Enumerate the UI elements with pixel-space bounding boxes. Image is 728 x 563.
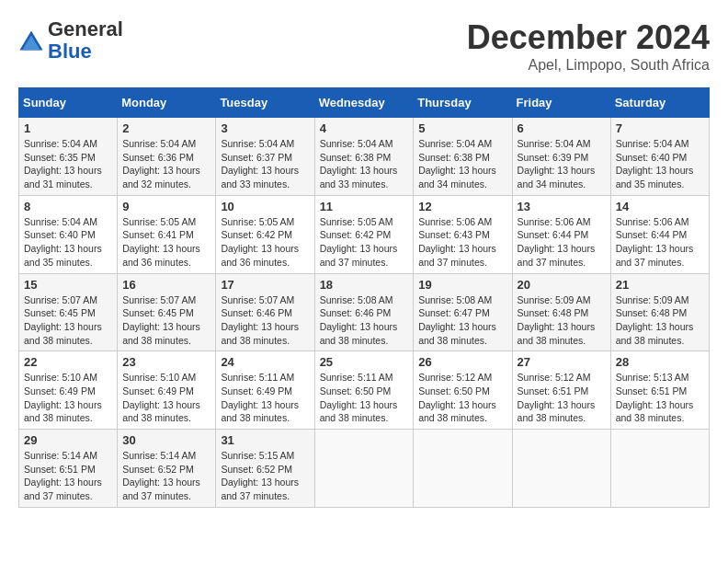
day-info: Sunrise: 5:04 AMSunset: 6:35 PMDaylight:… bbox=[24, 138, 102, 190]
page-header: General Blue December 2024 Apel, Limpopo… bbox=[18, 18, 710, 74]
day-info: Sunrise: 5:04 AMSunset: 6:39 PMDaylight:… bbox=[518, 138, 596, 190]
day-number: 13 bbox=[518, 200, 606, 213]
month-title: December 2024 bbox=[467, 18, 710, 57]
day-info: Sunrise: 5:13 AMSunset: 6:51 PMDaylight:… bbox=[616, 372, 694, 423]
calendar-cell: 2 Sunrise: 5:04 AMSunset: 6:36 PMDayligh… bbox=[118, 118, 216, 196]
day-info: Sunrise: 5:09 AMSunset: 6:48 PMDaylight:… bbox=[616, 294, 694, 346]
day-info: Sunrise: 5:04 AMSunset: 6:36 PMDaylight:… bbox=[122, 138, 200, 190]
title-area: December 2024 Apel, Limpopo, South Afric… bbox=[467, 18, 710, 74]
header-cell-sunday: Sunday bbox=[19, 88, 118, 118]
calendar-body: 1 Sunrise: 5:04 AMSunset: 6:35 PMDayligh… bbox=[19, 118, 710, 508]
day-number: 11 bbox=[320, 200, 409, 213]
day-number: 15 bbox=[24, 278, 112, 292]
calendar-cell: 15 Sunrise: 5:07 AMSunset: 6:45 PMDaylig… bbox=[19, 273, 118, 351]
day-number: 1 bbox=[24, 121, 112, 135]
day-info: Sunrise: 5:07 AMSunset: 6:46 PMDaylight:… bbox=[221, 294, 299, 346]
day-info: Sunrise: 5:12 AMSunset: 6:50 PMDaylight:… bbox=[418, 372, 496, 423]
logo-text: General Blue bbox=[48, 18, 123, 63]
header-cell-thursday: Thursday bbox=[414, 88, 512, 118]
day-info: Sunrise: 5:05 AMSunset: 6:41 PMDaylight:… bbox=[122, 216, 200, 268]
calendar-cell: 11 Sunrise: 5:05 AMSunset: 6:42 PMDaylig… bbox=[314, 195, 414, 273]
location-title: Apel, Limpopo, South Africa bbox=[467, 57, 710, 74]
calendar-cell: 16 Sunrise: 5:07 AMSunset: 6:45 PMDaylig… bbox=[118, 273, 216, 351]
day-number: 5 bbox=[418, 121, 506, 135]
calendar-cell: 21 Sunrise: 5:09 AMSunset: 6:48 PMDaylig… bbox=[610, 273, 709, 351]
day-number: 29 bbox=[24, 433, 112, 447]
day-info: Sunrise: 5:14 AMSunset: 6:51 PMDaylight:… bbox=[24, 450, 102, 501]
calendar-cell: 25 Sunrise: 5:11 AMSunset: 6:50 PMDaylig… bbox=[314, 351, 414, 430]
day-number: 24 bbox=[221, 355, 309, 369]
calendar-table: SundayMondayTuesdayWednesdayThursdayFrid… bbox=[18, 87, 710, 508]
calendar-cell: 4 Sunrise: 5:04 AMSunset: 6:38 PMDayligh… bbox=[314, 118, 414, 196]
day-number: 6 bbox=[518, 121, 606, 135]
day-number: 8 bbox=[24, 200, 112, 213]
week-row-2: 8 Sunrise: 5:04 AMSunset: 6:40 PMDayligh… bbox=[19, 195, 710, 273]
day-number: 14 bbox=[616, 200, 704, 213]
day-info: Sunrise: 5:08 AMSunset: 6:47 PMDaylight:… bbox=[418, 294, 496, 346]
day-info: Sunrise: 5:04 AMSunset: 6:40 PMDaylight:… bbox=[24, 216, 102, 268]
day-info: Sunrise: 5:10 AMSunset: 6:49 PMDaylight:… bbox=[24, 372, 102, 423]
calendar-cell: 20 Sunrise: 5:09 AMSunset: 6:48 PMDaylig… bbox=[512, 273, 610, 351]
day-info: Sunrise: 5:07 AMSunset: 6:45 PMDaylight:… bbox=[122, 294, 200, 346]
day-number: 17 bbox=[221, 278, 309, 292]
day-info: Sunrise: 5:05 AMSunset: 6:42 PMDaylight:… bbox=[320, 216, 398, 268]
calendar-cell: 7 Sunrise: 5:04 AMSunset: 6:40 PMDayligh… bbox=[610, 118, 709, 196]
calendar-cell: 17 Sunrise: 5:07 AMSunset: 6:46 PMDaylig… bbox=[216, 273, 314, 351]
day-number: 21 bbox=[616, 278, 704, 292]
day-number: 23 bbox=[122, 355, 210, 369]
calendar-cell: 30 Sunrise: 5:14 AMSunset: 6:52 PMDaylig… bbox=[118, 430, 216, 508]
day-number: 27 bbox=[518, 355, 606, 369]
day-number: 20 bbox=[518, 278, 606, 292]
day-number: 16 bbox=[122, 278, 210, 292]
calendar-cell: 8 Sunrise: 5:04 AMSunset: 6:40 PMDayligh… bbox=[19, 195, 118, 273]
logo: General Blue bbox=[18, 18, 123, 63]
calendar-cell: 27 Sunrise: 5:12 AMSunset: 6:51 PMDaylig… bbox=[512, 351, 610, 430]
day-info: Sunrise: 5:10 AMSunset: 6:49 PMDaylight:… bbox=[122, 372, 200, 423]
header-cell-wednesday: Wednesday bbox=[314, 88, 414, 118]
day-info: Sunrise: 5:04 AMSunset: 6:37 PMDaylight:… bbox=[221, 138, 299, 190]
day-number: 31 bbox=[221, 433, 309, 447]
day-number: 28 bbox=[616, 355, 704, 369]
calendar-cell: 10 Sunrise: 5:05 AMSunset: 6:42 PMDaylig… bbox=[216, 195, 314, 273]
header-cell-saturday: Saturday bbox=[610, 88, 709, 118]
calendar-cell bbox=[512, 430, 610, 508]
calendar-cell: 6 Sunrise: 5:04 AMSunset: 6:39 PMDayligh… bbox=[512, 118, 610, 196]
day-info: Sunrise: 5:08 AMSunset: 6:46 PMDaylight:… bbox=[320, 294, 398, 346]
calendar-cell bbox=[414, 430, 512, 508]
day-number: 7 bbox=[616, 121, 704, 135]
day-number: 22 bbox=[24, 355, 112, 369]
calendar-cell: 5 Sunrise: 5:04 AMSunset: 6:38 PMDayligh… bbox=[414, 118, 512, 196]
day-number: 19 bbox=[418, 278, 506, 292]
day-number: 10 bbox=[221, 200, 309, 213]
day-number: 18 bbox=[320, 278, 409, 292]
week-row-5: 29 Sunrise: 5:14 AMSunset: 6:51 PMDaylig… bbox=[19, 430, 710, 508]
calendar-cell bbox=[610, 430, 709, 508]
header-cell-monday: Monday bbox=[118, 88, 216, 118]
calendar-header: SundayMondayTuesdayWednesdayThursdayFrid… bbox=[19, 88, 710, 118]
calendar-cell: 22 Sunrise: 5:10 AMSunset: 6:49 PMDaylig… bbox=[19, 351, 118, 430]
calendar-cell: 23 Sunrise: 5:10 AMSunset: 6:49 PMDaylig… bbox=[118, 351, 216, 430]
calendar-cell: 28 Sunrise: 5:13 AMSunset: 6:51 PMDaylig… bbox=[610, 351, 709, 430]
calendar-cell: 26 Sunrise: 5:12 AMSunset: 6:50 PMDaylig… bbox=[414, 351, 512, 430]
day-info: Sunrise: 5:07 AMSunset: 6:45 PMDaylight:… bbox=[24, 294, 102, 346]
day-info: Sunrise: 5:15 AMSunset: 6:52 PMDaylight:… bbox=[221, 450, 299, 501]
calendar-cell: 19 Sunrise: 5:08 AMSunset: 6:47 PMDaylig… bbox=[414, 273, 512, 351]
day-number: 2 bbox=[122, 121, 210, 135]
calendar-cell: 14 Sunrise: 5:06 AMSunset: 6:44 PMDaylig… bbox=[610, 195, 709, 273]
logo-icon bbox=[18, 28, 44, 53]
day-number: 3 bbox=[221, 121, 309, 135]
day-info: Sunrise: 5:12 AMSunset: 6:51 PMDaylight:… bbox=[518, 372, 596, 423]
calendar-cell: 31 Sunrise: 5:15 AMSunset: 6:52 PMDaylig… bbox=[216, 430, 314, 508]
calendar-cell: 24 Sunrise: 5:11 AMSunset: 6:49 PMDaylig… bbox=[216, 351, 314, 430]
week-row-1: 1 Sunrise: 5:04 AMSunset: 6:35 PMDayligh… bbox=[19, 118, 710, 196]
calendar-cell: 29 Sunrise: 5:14 AMSunset: 6:51 PMDaylig… bbox=[19, 430, 118, 508]
day-number: 25 bbox=[320, 355, 409, 369]
day-info: Sunrise: 5:04 AMSunset: 6:38 PMDaylight:… bbox=[418, 138, 496, 190]
day-info: Sunrise: 5:06 AMSunset: 6:43 PMDaylight:… bbox=[418, 216, 496, 268]
calendar-cell: 9 Sunrise: 5:05 AMSunset: 6:41 PMDayligh… bbox=[118, 195, 216, 273]
day-info: Sunrise: 5:06 AMSunset: 6:44 PMDaylight:… bbox=[518, 216, 596, 268]
day-info: Sunrise: 5:09 AMSunset: 6:48 PMDaylight:… bbox=[518, 294, 596, 346]
week-row-3: 15 Sunrise: 5:07 AMSunset: 6:45 PMDaylig… bbox=[19, 273, 710, 351]
day-info: Sunrise: 5:04 AMSunset: 6:40 PMDaylight:… bbox=[616, 138, 694, 190]
day-info: Sunrise: 5:11 AMSunset: 6:49 PMDaylight:… bbox=[221, 372, 299, 423]
